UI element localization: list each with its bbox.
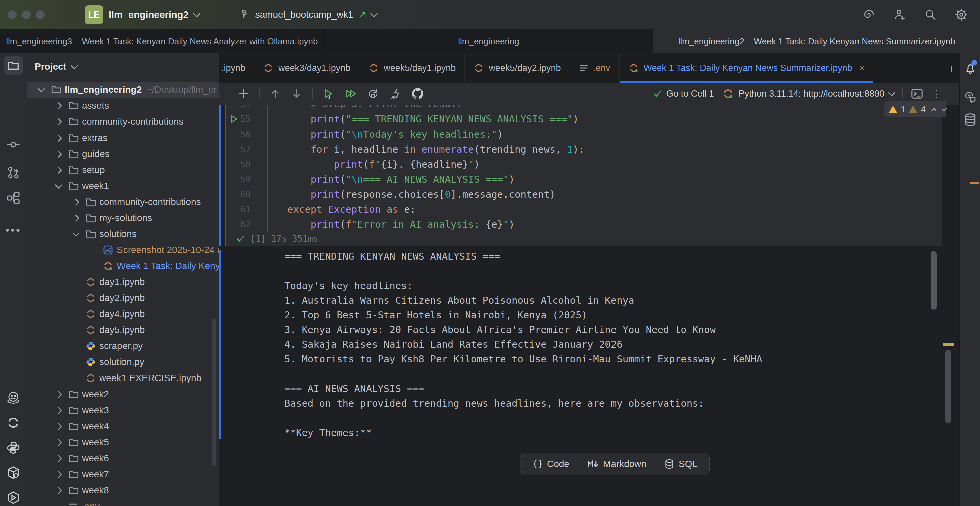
- tree-item[interactable]: week3: [27, 402, 219, 418]
- chevron-down-icon[interactable]: [72, 229, 80, 237]
- tab-close-icon[interactable]: ×: [859, 63, 864, 73]
- chevron-right-icon[interactable]: [55, 166, 62, 173]
- tree-item[interactable]: solutions: [27, 226, 219, 242]
- run-all-cells-button[interactable]: [345, 88, 357, 100]
- tree-item[interactable]: community-contributions: [27, 114, 219, 130]
- github-icon[interactable]: [411, 87, 424, 100]
- tree-scrollbar[interactable]: [212, 319, 216, 466]
- code-line[interactable]: 57 for i, headline in enumerate(trending…: [226, 142, 942, 157]
- tree-item[interactable]: week6: [27, 450, 219, 466]
- editor-scrollbar[interactable]: [945, 350, 951, 423]
- minimize-window-button[interactable]: [22, 10, 31, 19]
- code-line[interactable]: 55 print("=== TRENDING KENYAN NEWS ANALY…: [226, 112, 942, 127]
- project-selector[interactable]: llm_engineering2: [109, 10, 199, 21]
- output-scrollbar[interactable]: [931, 251, 937, 310]
- tree-item[interactable]: day1.ipynb: [27, 274, 219, 290]
- chevron-right-icon[interactable]: [72, 198, 80, 205]
- jupyter-tool-button[interactable]: [6, 415, 21, 430]
- editor-tab[interactable]: week5/day2.ipynb: [464, 53, 570, 83]
- huggingface-tool-button[interactable]: [6, 390, 21, 405]
- clear-outputs-button[interactable]: [389, 88, 401, 100]
- tree-item[interactable]: day2.ipynb: [27, 290, 219, 306]
- chevron-right-icon[interactable]: [55, 102, 62, 109]
- tree-item[interactable]: week7: [27, 466, 219, 482]
- chevron-right-icon[interactable]: [55, 407, 62, 414]
- tree-item[interactable]: week4: [27, 418, 219, 434]
- prev-problem-chevron-icon[interactable]: [931, 108, 936, 113]
- package-tool-button[interactable]: [6, 466, 21, 480]
- chevron-right-icon[interactable]: [72, 214, 80, 221]
- zoom-window-button[interactable]: [36, 10, 45, 19]
- code-line[interactable]: 61except Exception as e:: [226, 202, 942, 217]
- chevron-down-icon[interactable]: [55, 181, 63, 189]
- move-cell-up-button[interactable]: [270, 88, 281, 99]
- run-targets-tool-button[interactable]: [6, 491, 21, 504]
- tree-item[interactable]: assets: [27, 98, 219, 114]
- kernel-selector[interactable]: Python 3.11.14: http://localhost:8890: [722, 88, 894, 100]
- chevron-right-icon[interactable]: [55, 471, 62, 477]
- chevron-right-icon[interactable]: [55, 150, 62, 157]
- jupyter-console-button[interactable]: [911, 88, 923, 100]
- add-sql-cell-button[interactable]: SQL: [655, 453, 706, 475]
- editor-tab[interactable]: Week 1 Task: Daily Kenyan News Summarize…: [619, 53, 873, 83]
- next-problem-chevron-icon[interactable]: [942, 106, 947, 111]
- tree-item[interactable]: day4.ipynb: [27, 306, 219, 322]
- tab-list-chevron-icon[interactable]: [951, 66, 952, 72]
- code-cell[interactable]: 54 # Step 5: Print the result55 print("=…: [225, 97, 942, 246]
- python-tool-button[interactable]: [6, 441, 21, 455]
- chevron-right-icon[interactable]: [55, 439, 62, 446]
- chevron-right-icon[interactable]: [55, 118, 62, 125]
- tree-item[interactable]: week1 EXERCISE.ipynb: [27, 370, 219, 386]
- more-options-kebab-icon[interactable]: ⋮: [931, 88, 941, 100]
- window-tab[interactable]: llm_engineering2 – Week 1 Task: Daily Ke…: [653, 29, 980, 53]
- tree-item[interactable]: community-contributions: [27, 194, 219, 210]
- code-line[interactable]: 60 print(response.choices[0].message.con…: [226, 187, 942, 202]
- code-line[interactable]: 56 print("\nToday's key headlines:"): [226, 127, 942, 142]
- chevron-down-icon[interactable]: [38, 85, 45, 93]
- add-markdown-cell-button[interactable]: Markdown: [579, 453, 655, 475]
- add-cell-button[interactable]: [237, 88, 249, 100]
- tree-item[interactable]: week2: [27, 386, 219, 402]
- code-line[interactable]: 62 print(f"Error in AI analysis: {e}"): [226, 217, 942, 232]
- chevron-right-icon[interactable]: [55, 455, 62, 461]
- tree-item[interactable]: solution.py: [27, 354, 219, 370]
- tree-item[interactable]: week8: [27, 482, 219, 498]
- tree-item[interactable]: my-solutions: [27, 210, 219, 226]
- chevron-right-icon[interactable]: [55, 390, 62, 398]
- more-tools-button[interactable]: •••: [5, 224, 21, 237]
- ai-assistant-icon[interactable]: [862, 8, 876, 22]
- tree-item[interactable]: .env: [27, 498, 219, 506]
- chevron-right-icon[interactable]: [55, 134, 62, 141]
- tree-item[interactable]: Screenshot 2025-10-24 at: [27, 242, 219, 258]
- close-window-button[interactable]: [8, 10, 17, 19]
- restart-kernel-button[interactable]: [367, 88, 379, 100]
- move-cell-down-button[interactable]: [291, 88, 302, 99]
- editor-tab[interactable]: .env: [570, 53, 619, 83]
- project-tool-button[interactable]: [4, 56, 23, 75]
- tree-item[interactable]: day5.ipynb: [27, 322, 219, 338]
- project-panel-header[interactable]: Project: [35, 61, 77, 72]
- add-code-cell-button[interactable]: Code: [524, 453, 578, 475]
- tree-item[interactable]: scraper.py: [27, 338, 219, 354]
- tree-item[interactable]: week5: [27, 434, 219, 450]
- tree-item[interactable]: guides: [27, 146, 219, 162]
- tree-item[interactable]: week1: [27, 178, 219, 194]
- window-tab[interactable]: llm_engineering3 – Week 1 Task: Kenyan D…: [0, 29, 325, 53]
- editor-tab[interactable]: week5/day1.ipynb: [359, 53, 464, 83]
- tree-item[interactable]: extras: [27, 130, 219, 146]
- add-user-icon[interactable]: [892, 8, 907, 22]
- editor-tab[interactable]: .ipynb: [219, 53, 254, 83]
- branch-selector[interactable]: samuel_bootcamp_wk1 ↗: [239, 9, 377, 21]
- code-line[interactable]: 58 print(f"{i}. {headline}"): [226, 157, 942, 172]
- chevron-right-icon[interactable]: [55, 487, 62, 494]
- tree-item[interactable]: setup: [27, 162, 219, 178]
- gutter-run-icon[interactable]: [229, 114, 239, 124]
- code-line[interactable]: 59 print("\n=== AI NEWS ANALYSIS ==="): [226, 172, 942, 187]
- commit-tool-button[interactable]: [7, 138, 20, 151]
- ai-assistant-tool-button[interactable]: [963, 90, 977, 104]
- editor-tab[interactable]: week3/day1.ipynb: [254, 53, 359, 83]
- tree-item[interactable]: llm_engineering2~/Desktop/llm_er: [27, 82, 219, 98]
- run-cell-button[interactable]: [323, 88, 335, 100]
- structure-tool-button[interactable]: [7, 191, 20, 205]
- chevron-right-icon[interactable]: [55, 423, 62, 430]
